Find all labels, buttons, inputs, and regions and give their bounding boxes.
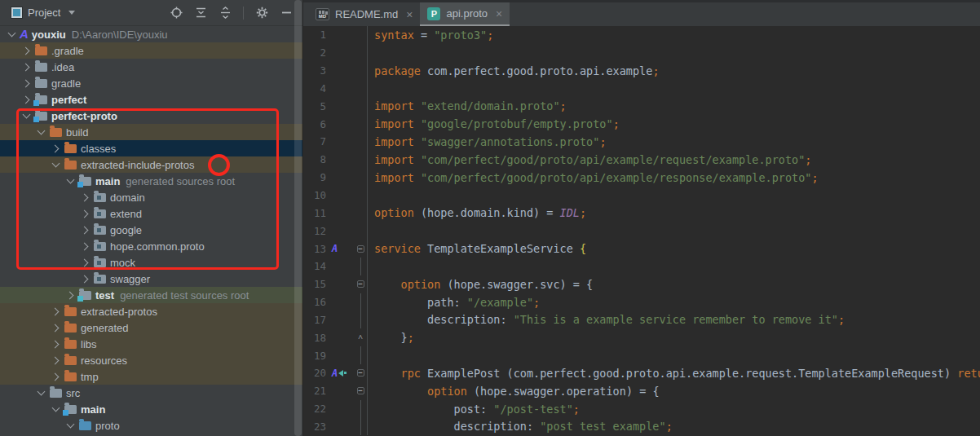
chevron-slot — [64, 288, 77, 302]
chevron-expanded-icon[interactable] — [23, 111, 31, 119]
tree-item-generated[interactable]: generated — [0, 319, 302, 336]
tree-item-proto[interactable]: proto — [0, 417, 302, 434]
chevron-collapsed-icon[interactable] — [51, 372, 60, 381]
chevron-collapsed-icon[interactable] — [51, 144, 60, 152]
code-line: 23 description: "post test example"; — [303, 418, 980, 436]
tree-item-domain[interactable]: domain — [0, 189, 302, 205]
code-editor[interactable]: 1syntax = "proto3";23package com.perfect… — [303, 26, 980, 436]
chevron-collapsed-icon[interactable] — [81, 209, 89, 218]
fold-collapse-icon[interactable]: − — [357, 369, 364, 377]
locate-file-icon[interactable] — [170, 7, 183, 20]
chevron-expanded-icon[interactable] — [52, 404, 60, 412]
close-tab-icon[interactable]: × — [406, 9, 413, 20]
code-token: post: — [374, 403, 493, 416]
hide-panel-icon[interactable] — [280, 7, 293, 20]
tree-item-gradle[interactable]: gradle — [0, 75, 302, 91]
code-text: import "swagger/annotations.proto"; — [368, 135, 607, 148]
tree-item-perfect-proto[interactable]: perfect-proto — [0, 108, 302, 124]
tree-item-libs[interactable]: libs — [0, 336, 302, 352]
chevron-down-icon[interactable] — [68, 11, 75, 15]
line-number: 11 — [303, 207, 328, 219]
code-line: 6import "google/protobuf/empty.proto"; — [303, 115, 980, 133]
chevron-collapsed-icon[interactable] — [22, 79, 30, 87]
editor-tab-api-proto[interactable]: Papi.proto× — [420, 2, 510, 26]
tree-item-hope-common-proto[interactable]: hope.common.proto — [0, 238, 302, 254]
code-token: { — [580, 242, 586, 255]
tree-item-perfect[interactable]: perfect — [0, 91, 302, 108]
collapse-all-icon[interactable] — [219, 7, 232, 20]
tree-scrollbar[interactable] — [294, 0, 302, 436]
tree-item-extend[interactable]: extend — [0, 205, 302, 222]
gutter-app-logo-icon[interactable]: A — [332, 244, 337, 253]
tree-item--idea[interactable]: .idea — [0, 59, 302, 75]
chevron-expanded-icon[interactable] — [67, 176, 75, 184]
tree-item-mock[interactable]: mock — [0, 254, 302, 271]
chevron-slot — [78, 272, 92, 285]
tree-item-label: generated — [81, 322, 129, 334]
implemented-marker-icon[interactable] — [338, 370, 347, 377]
chevron-collapsed-icon[interactable] — [81, 242, 89, 250]
chevron-expanded-icon[interactable] — [38, 127, 46, 135]
chevron-expanded-icon[interactable] — [67, 421, 75, 429]
tree-item-extracted-protos[interactable]: extracted-protos — [0, 303, 302, 319]
tree-item-youxiu[interactable]: AyouxiuD:\Aaron\IDE\youxiu — [0, 26, 302, 42]
fold-range-line — [360, 311, 361, 329]
code-text: description: "This is a example service … — [368, 313, 845, 326]
fold-end-icon[interactable]: ˄ — [358, 333, 363, 341]
chevron-collapsed-icon[interactable] — [22, 46, 30, 55]
fold-gutter — [354, 133, 368, 151]
chevron-expanded-icon[interactable] — [52, 160, 60, 168]
tree-item-swagger[interactable]: swagger — [0, 271, 302, 287]
gutter-app-logo-icon[interactable]: A — [332, 369, 337, 377]
chevron-collapsed-icon[interactable] — [51, 340, 60, 348]
code-token: "com/perfect/good/proto/api/example/requ… — [421, 153, 805, 166]
tree-item-tmp[interactable]: tmp — [0, 368, 302, 385]
tree-item-classes[interactable]: classes — [0, 140, 302, 156]
editor-tab-bar: MDREADME.md×Papi.proto× — [303, 0, 980, 26]
fold-collapse-icon[interactable]: − — [357, 387, 364, 394]
code-token: ; — [580, 206, 586, 219]
fold-collapse-icon[interactable]: − — [357, 280, 364, 288]
line-number: 19 — [303, 350, 328, 362]
fold-collapse-icon[interactable]: − — [357, 245, 364, 253]
chevron-collapsed-icon[interactable] — [22, 95, 30, 103]
chevron-collapsed-icon[interactable] — [22, 63, 30, 71]
tree-item-resources[interactable]: resources — [0, 352, 302, 368]
tree-item-google[interactable]: google — [0, 222, 302, 238]
code-text: post: "/post-test"; — [368, 403, 580, 416]
code-token: "post test example" — [540, 420, 665, 433]
tree-item--gradle[interactable]: .gradle — [0, 42, 302, 59]
close-tab-icon[interactable]: × — [496, 8, 502, 20]
expand-all-icon[interactable] — [194, 7, 207, 20]
tree-item-test[interactable]: testgenerated test sources root — [0, 287, 302, 303]
tree-item-label: resources — [81, 355, 127, 367]
chevron-collapsed-icon[interactable] — [81, 193, 89, 201]
chevron-collapsed-icon[interactable] — [51, 356, 60, 364]
line-number: 2 — [303, 46, 328, 59]
chevron-collapsed-icon[interactable] — [81, 258, 89, 266]
excluded-folder-icon — [64, 144, 77, 153]
code-token: "extend/domain.proto" — [421, 99, 560, 112]
chevron-collapsed-icon[interactable] — [51, 307, 60, 315]
tree-item-main[interactable]: main — [0, 401, 302, 417]
chevron-collapsed-icon[interactable] — [51, 324, 60, 332]
chevron-collapsed-icon[interactable] — [81, 226, 89, 234]
editor-tab-readme-md[interactable]: MDREADME.md× — [308, 2, 420, 26]
fold-gutter — [354, 44, 368, 62]
tree-item-label: gradle — [51, 77, 81, 90]
chevron-expanded-icon[interactable] — [38, 388, 46, 396]
tree-item-main[interactable]: maingenerated sources root — [0, 173, 302, 189]
code-token: (hope.swagger.svc) = { — [440, 278, 593, 291]
tree-item-extracted-include-protos[interactable]: extracted-include-protos — [0, 156, 302, 173]
fold-gutter — [354, 222, 368, 240]
chevron-expanded-icon[interactable] — [8, 29, 16, 37]
code-token: import — [374, 135, 414, 148]
code-token: (hope.domain.kind) = — [414, 206, 560, 219]
chevron-collapsed-icon[interactable] — [81, 275, 89, 283]
chevron-slot — [78, 207, 92, 220]
tree-item-build[interactable]: build — [0, 124, 302, 140]
tree-item-src[interactable]: src — [0, 385, 302, 401]
chevron-collapsed-icon[interactable] — [66, 291, 74, 299]
settings-gear-icon[interactable] — [255, 7, 268, 20]
code-token: syntax — [374, 29, 414, 42]
